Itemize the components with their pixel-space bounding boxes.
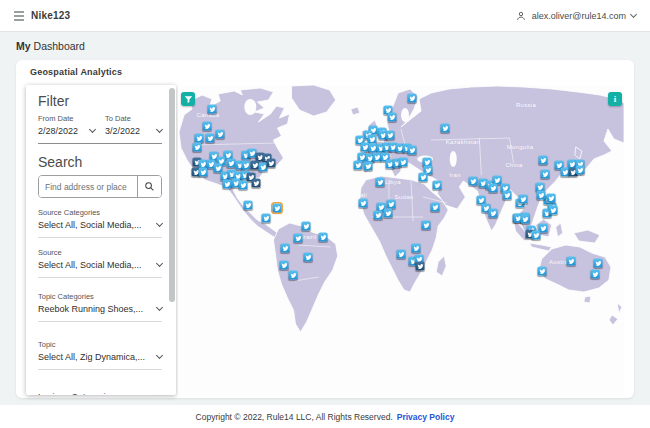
lexicon-categories-label: Lexicon Categories [38, 392, 115, 395]
map-cluster-marker[interactable] [469, 177, 478, 186]
map-cluster-marker[interactable] [397, 250, 406, 259]
map-cluster-marker[interactable] [431, 203, 440, 212]
map-cluster-marker[interactable] [227, 159, 236, 168]
chevron-down-icon [156, 352, 163, 359]
funnel-icon [184, 95, 193, 104]
map-cluster-marker[interactable] [412, 244, 421, 253]
map-cluster-marker[interactable] [388, 113, 397, 122]
map-cluster-marker[interactable] [374, 211, 383, 220]
map-cluster-marker[interactable] [281, 244, 290, 253]
map-cluster-marker[interactable] [199, 168, 208, 177]
map-cluster-marker[interactable] [267, 159, 276, 168]
map-cluster-marker[interactable] [547, 194, 556, 203]
map-cluster-marker[interactable] [521, 215, 530, 224]
map-cluster-marker[interactable] [239, 181, 248, 190]
source-categories-select[interactable]: Select All, Social Media,... [38, 220, 162, 230]
map-cluster-marker[interactable] [386, 131, 395, 140]
map-cluster-marker[interactable] [223, 180, 232, 189]
map-cluster-marker[interactable] [537, 191, 546, 200]
map-cluster-marker[interactable] [376, 178, 385, 187]
geospatial-map[interactable]: CanadaRussiaKazakhstanMongoliaChinaIranL… [178, 85, 624, 395]
map-cluster-marker[interactable] [302, 222, 311, 231]
map-cluster-marker[interactable] [503, 191, 512, 200]
map-cluster-marker[interactable] [242, 161, 251, 170]
map-cluster-marker[interactable] [549, 206, 558, 215]
map-cluster-marker[interactable] [193, 143, 202, 152]
source-label: Source [38, 248, 162, 257]
map-info-button[interactable]: i [608, 92, 622, 106]
map-cluster-marker[interactable] [206, 134, 215, 143]
map-cluster-marker[interactable] [262, 214, 271, 223]
map-cluster-marker[interactable] [252, 179, 261, 188]
breadcrumb-rest: Dashboard [34, 40, 85, 52]
from-date-label: From Date [38, 114, 95, 123]
lexicon-categories-select[interactable]: Lexicon Categories [38, 392, 162, 395]
map-cluster-marker[interactable] [594, 259, 603, 268]
filter-heading: Filter [38, 93, 162, 109]
map-cluster-marker[interactable] [419, 173, 428, 182]
breadcrumb: MyDashboard [16, 40, 85, 52]
to-date-value: 3/2/2022 [105, 126, 140, 136]
search-button[interactable] [137, 176, 161, 197]
source-value: Select All, Social Media,... [38, 260, 142, 270]
breadcrumb-bar: MyDashboard [0, 32, 650, 60]
menu-icon[interactable] [14, 11, 24, 21]
map-cluster-marker[interactable] [216, 130, 225, 139]
map-cluster-marker[interactable] [408, 94, 417, 103]
to-date-label: To Date [105, 114, 162, 123]
chevron-down-icon [156, 220, 163, 227]
map-cluster-marker[interactable] [273, 204, 282, 213]
topic-select[interactable]: Select All, Zig Dynamica,... [38, 352, 162, 362]
map-cluster-marker[interactable] [441, 124, 450, 133]
map-cluster-marker[interactable] [519, 195, 528, 204]
footer: Copyright © 2022, Rule14 LLC, All Rights… [0, 405, 650, 428]
map-cluster-marker[interactable] [408, 146, 417, 155]
chevron-down-icon [156, 126, 163, 133]
map-cluster-marker[interactable] [399, 158, 408, 167]
map-cluster-marker[interactable] [489, 209, 498, 218]
map-cluster-marker[interactable] [541, 170, 550, 179]
map-cluster-marker[interactable] [433, 181, 442, 190]
map-cluster-marker[interactable] [195, 134, 204, 143]
map-cluster-marker[interactable] [422, 221, 431, 230]
chevron-down-icon [156, 392, 163, 395]
map-cluster-marker[interactable] [354, 161, 363, 170]
map-cluster-marker[interactable] [203, 122, 212, 131]
source-select[interactable]: Select All, Social Media,... [38, 260, 162, 270]
breadcrumb-bold: My [16, 40, 31, 52]
topic-label: Topic [38, 340, 162, 349]
map-cluster-marker[interactable] [538, 267, 547, 276]
map-cluster-marker[interactable] [364, 162, 373, 171]
map-cluster-marker[interactable] [416, 262, 425, 271]
user-menu[interactable]: alex.oliver@rule14.com [515, 10, 636, 22]
user-icon [515, 10, 527, 22]
map-filter-button[interactable] [181, 92, 195, 106]
map-cluster-marker[interactable] [319, 233, 328, 242]
to-date-select[interactable]: 3/2/2022 [105, 126, 162, 136]
map-cluster-marker[interactable] [304, 253, 313, 262]
filter-panel-scrollbar[interactable] [169, 88, 175, 302]
map-cluster-marker[interactable] [359, 199, 368, 208]
map-cluster-marker[interactable] [208, 105, 217, 114]
topic-value: Select All, Zig Dynamica,... [38, 352, 145, 362]
search-heading: Search [38, 154, 162, 170]
map-cluster-marker[interactable] [489, 184, 498, 193]
map-cluster-marker[interactable] [244, 201, 253, 210]
divider [38, 277, 162, 278]
map-cluster-marker[interactable] [567, 257, 576, 266]
map-cluster-marker[interactable] [280, 261, 289, 270]
filter-panel: Filter From Date 2/28/2022 To Date 3/2/2… [26, 85, 176, 395]
map-cluster-marker[interactable] [539, 156, 548, 165]
map-markers-layer [178, 85, 624, 395]
map-cluster-marker[interactable] [289, 271, 298, 280]
map-cluster-marker[interactable] [384, 209, 393, 218]
search-input[interactable] [39, 176, 137, 197]
map-cluster-marker[interactable] [532, 231, 541, 240]
topic-categories-select[interactable]: Reebok Running Shoes,... [38, 304, 162, 314]
map-cluster-marker[interactable] [591, 270, 600, 279]
map-cluster-marker[interactable] [294, 234, 303, 243]
from-date-select[interactable]: 2/28/2022 [38, 126, 95, 136]
map-cluster-marker[interactable] [387, 200, 396, 209]
map-cluster-marker[interactable] [576, 166, 585, 175]
privacy-policy-link[interactable]: Privacy Policy [397, 412, 455, 422]
